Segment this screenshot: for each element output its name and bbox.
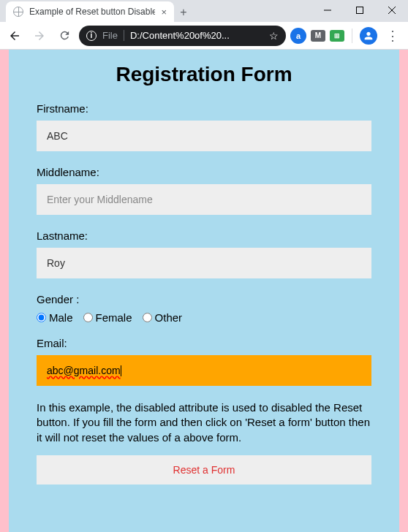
gender-other-radio[interactable] [143,313,152,322]
page-title: Registration Form [37,63,371,86]
page-viewport: Registration Form Firstname: Middlename:… [0,50,408,532]
reload-button[interactable] [54,26,75,46]
gender-label: Gender : [37,293,371,305]
gender-female-label: Female [96,311,132,324]
gender-male-radio[interactable] [37,313,46,322]
toolbar-divider [352,28,352,43]
gender-radio-group: Male Female Other [37,311,371,324]
window-titlebar: Example of Reset button Disable × + [0,0,408,22]
tab-title: Example of Reset button Disable [29,7,155,17]
lastname-label: Lastname: [37,229,371,242]
url-path: D:/Content%20of%20... [130,30,263,41]
url-scheme: File [102,30,124,41]
globe-icon [13,7,23,17]
gender-male-option[interactable]: Male [37,311,73,324]
browser-toolbar: i File D:/Content%20of%20... ☆ a M ⊞ ⋮ [0,22,408,50]
address-bar[interactable]: i File D:/Content%20of%20... ☆ [79,26,286,46]
close-window-button[interactable] [376,0,408,20]
middlename-input[interactable] [37,184,371,215]
browser-tab[interactable]: Example of Reset button Disable × [6,1,174,22]
back-button[interactable] [4,26,25,46]
middlename-label: Middlename: [37,166,371,178]
gender-female-option[interactable]: Female [83,311,132,324]
bookmark-icon[interactable]: ☆ [269,30,279,42]
extension-m-icon[interactable]: M [311,30,325,42]
close-tab-icon[interactable]: × [161,7,167,18]
new-tab-button[interactable]: + [174,3,193,22]
window-controls [311,0,408,20]
email-value: abc@gmail.com [47,365,121,376]
gender-male-label: Male [49,311,73,324]
profile-avatar[interactable] [360,27,377,45]
email-input[interactable]: abc@gmail.com [37,355,371,386]
firstname-input[interactable] [37,121,371,151]
lastname-input[interactable] [37,248,371,278]
menu-button[interactable]: ⋮ [382,28,404,44]
email-label: Email: [37,337,371,349]
maximize-button[interactable] [344,0,376,20]
firstname-label: Firstname: [37,102,371,115]
forward-button[interactable] [29,26,50,46]
svg-rect-1 [357,7,363,14]
reset-button[interactable]: Reset a Form [37,455,371,484]
extension-a-icon[interactable]: a [290,28,306,44]
page-body: Registration Form Firstname: Middlename:… [9,50,399,532]
description-text: In this example, the disabled attribute … [37,400,371,445]
minimize-button[interactable] [311,0,344,20]
extension-g-icon[interactable]: ⊞ [330,30,344,42]
text-caret [121,365,121,376]
gender-other-option[interactable]: Other [143,311,183,324]
gender-female-radio[interactable] [83,313,93,322]
info-icon: i [86,31,97,41]
gender-other-label: Other [155,311,183,324]
